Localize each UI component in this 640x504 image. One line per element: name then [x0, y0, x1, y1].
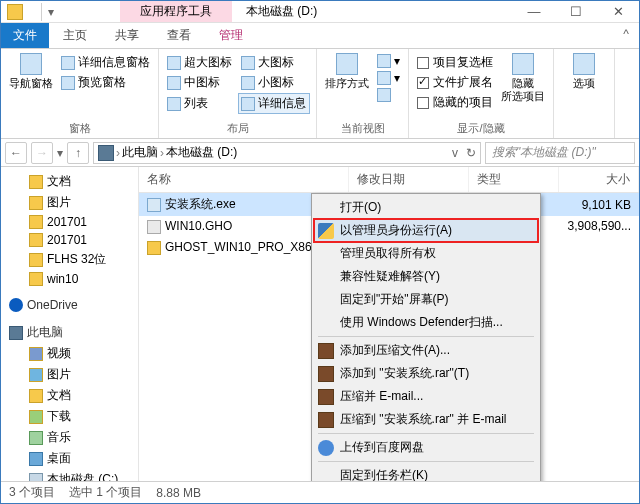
- size-col-button[interactable]: [375, 87, 402, 103]
- tree-item-music[interactable]: 音乐: [1, 427, 138, 448]
- col-header-name[interactable]: 名称: [139, 167, 349, 192]
- tree-item-docs[interactable]: 文档: [1, 171, 138, 192]
- list-button[interactable]: 列表: [165, 93, 236, 114]
- tab-share[interactable]: 共享: [101, 23, 153, 48]
- tree-label: 文档: [47, 387, 71, 404]
- tree-item[interactable]: 201701: [1, 231, 138, 249]
- details-button[interactable]: 详细信息: [238, 93, 311, 114]
- xl-icons-button[interactable]: 超大图标: [165, 53, 237, 72]
- sort-button[interactable]: 排序方式: [323, 53, 371, 119]
- maximize-button[interactable]: ☐: [555, 1, 597, 23]
- tree-item[interactable]: FLHS 32位: [1, 249, 138, 270]
- tree-item[interactable]: win10: [1, 270, 138, 288]
- menu-label: 压缩到 "安装系统.rar" 并 E-mail: [340, 411, 507, 428]
- chevron-down-icon: ▾: [394, 54, 400, 68]
- search-input[interactable]: 搜索"本地磁盘 (D:)": [485, 142, 635, 164]
- col-header-type[interactable]: 类型: [469, 167, 559, 192]
- menu-label: 上传到百度网盘: [340, 439, 424, 456]
- tree-label: 图片: [47, 194, 71, 211]
- list-header: 名称 修改日期 类型 大小: [139, 167, 639, 193]
- file-ext-toggle[interactable]: 文件扩展名: [415, 73, 495, 92]
- tree-item[interactable]: 201701: [1, 213, 138, 231]
- minimize-button[interactable]: —: [513, 1, 555, 23]
- group-by-button[interactable]: ▾: [375, 53, 402, 69]
- tree-label: 此电脑: [27, 324, 63, 341]
- menu-add-rar[interactable]: 添加到压缩文件(A)...: [314, 339, 538, 362]
- menu-label: 添加到 "安装系统.rar"(T): [340, 365, 469, 382]
- detail-pane-button[interactable]: 详细信息窗格: [59, 53, 152, 72]
- crumb-pc[interactable]: 此电脑: [122, 144, 158, 161]
- hide-icon: [512, 53, 534, 75]
- s-icons-button[interactable]: 小图标: [239, 73, 311, 92]
- crumb-drive[interactable]: 本地磁盘 (D:): [166, 144, 237, 161]
- address-dropdown-icon[interactable]: v: [452, 146, 458, 160]
- breadcrumb[interactable]: › 此电脑 › 本地磁盘 (D:) v ↻: [93, 142, 481, 164]
- preview-pane-button[interactable]: 预览窗格: [59, 73, 152, 92]
- history-chevron-icon[interactable]: ▾: [57, 146, 63, 160]
- menu-compress-email[interactable]: 压缩并 E-mail...: [314, 385, 538, 408]
- list-label: 列表: [184, 95, 208, 112]
- menu-run-as-admin[interactable]: 以管理员身份运行(A): [314, 219, 538, 242]
- m-icons-label: 中图标: [184, 74, 220, 91]
- menu-open[interactable]: 打开(O): [314, 196, 538, 219]
- menu-compat[interactable]: 兼容性疑难解答(Y): [314, 265, 538, 288]
- tree-item-downloads[interactable]: 下载: [1, 406, 138, 427]
- quick-access-toolbar: ▾: [1, 3, 60, 21]
- downloads-icon: [29, 410, 43, 424]
- folder-icon: [147, 241, 161, 255]
- col-header-size[interactable]: 大小: [559, 167, 639, 192]
- tree-item-desktop[interactable]: 桌面: [1, 448, 138, 469]
- tree-item-pics[interactable]: 图片: [1, 364, 138, 385]
- ribbon-toggle-button[interactable]: ^: [613, 23, 639, 48]
- col-header-date[interactable]: 修改日期: [349, 167, 469, 192]
- menu-add-rar-named[interactable]: 添加到 "安装系统.rar"(T): [314, 362, 538, 385]
- menu-separator: [318, 461, 534, 462]
- navigation-tree[interactable]: 文档 图片 201701 201701 FLHS 32位 win10 OneDr…: [1, 167, 139, 485]
- file-name: GHOST_WIN10_PRO_X86...: [165, 240, 322, 254]
- nav-pane-icon: [20, 53, 42, 75]
- group-label-layout: 布局: [165, 119, 310, 136]
- refresh-icon[interactable]: ↻: [466, 146, 476, 160]
- m-icons-button[interactable]: 中图标: [165, 73, 237, 92]
- folder-icon: [29, 215, 43, 229]
- menu-defender-scan[interactable]: 使用 Windows Defender扫描...: [314, 311, 538, 334]
- rar-icon: [318, 389, 334, 405]
- options-button[interactable]: 选项: [560, 53, 608, 134]
- folder-icon: [29, 233, 43, 247]
- item-checkboxes-toggle[interactable]: 项目复选框: [415, 53, 495, 72]
- forward-button[interactable]: →: [31, 142, 53, 164]
- menu-label: 管理员取得所有权: [340, 245, 436, 262]
- back-button[interactable]: ←: [5, 142, 27, 164]
- status-size: 8.88 MB: [156, 486, 201, 500]
- tree-item-video[interactable]: 视频: [1, 343, 138, 364]
- menu-upload-baidu[interactable]: 上传到百度网盘: [314, 436, 538, 459]
- tree-item-docs[interactable]: 文档: [1, 385, 138, 406]
- tab-file[interactable]: 文件: [1, 23, 49, 48]
- hidden-items-toggle[interactable]: 隐藏的项目: [415, 93, 495, 112]
- add-columns-button[interactable]: ▾: [375, 70, 402, 86]
- l-icons-button[interactable]: 大图标: [239, 53, 311, 72]
- preview-pane-icon: [61, 76, 75, 90]
- qat-chevron-icon[interactable]: ▾: [48, 5, 54, 19]
- menu-pin-start[interactable]: 固定到"开始"屏幕(P): [314, 288, 538, 311]
- ribbon-tabs: 文件 主页 共享 查看 管理 ^: [1, 23, 639, 49]
- tree-item-pics[interactable]: 图片: [1, 192, 138, 213]
- checkbox-icon: [417, 57, 429, 69]
- tab-manage[interactable]: 管理: [205, 23, 257, 48]
- tab-view[interactable]: 查看: [153, 23, 205, 48]
- tree-item-pc[interactable]: 此电脑: [1, 322, 138, 343]
- tree-item-onedrive[interactable]: OneDrive: [1, 296, 138, 314]
- hide-selected-button[interactable]: 隐藏 所选项目: [499, 53, 547, 119]
- pictures-icon: [29, 368, 43, 382]
- folder-icon: [29, 253, 43, 267]
- menu-admin-ownership[interactable]: 管理员取得所有权: [314, 242, 538, 265]
- tab-home[interactable]: 主页: [49, 23, 101, 48]
- menu-compress-email-named[interactable]: 压缩到 "安装系统.rar" 并 E-mail: [314, 408, 538, 431]
- nav-pane-button[interactable]: 导航窗格: [7, 53, 55, 119]
- file-name: WIN10.GHO: [165, 219, 232, 233]
- tree-label: 音乐: [47, 429, 71, 446]
- chevron-right-icon: ›: [160, 146, 164, 160]
- up-button[interactable]: ↑: [67, 142, 89, 164]
- ribbon-group-view: 排序方式 ▾ ▾ 当前视图: [317, 49, 409, 138]
- close-button[interactable]: ✕: [597, 1, 639, 23]
